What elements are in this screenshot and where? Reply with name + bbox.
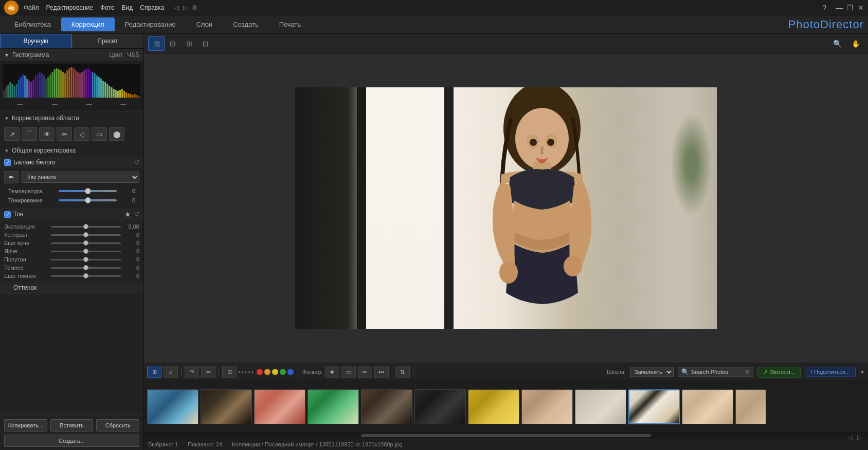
wb-temp-track[interactable] — [59, 190, 117, 192]
share-button[interactable]: f Поделиться... — [805, 367, 856, 377]
even-darker-thumb[interactable] — [83, 273, 88, 278]
paste-button[interactable]: Вставить — [50, 419, 94, 432]
hist-minus1[interactable]: — — [17, 101, 23, 107]
tool-arrow[interactable]: ↗ — [4, 127, 20, 141]
zoom-tool-btn[interactable]: 🔍 — [829, 36, 845, 51]
contrast-thumb[interactable] — [83, 232, 88, 237]
menu-view[interactable]: Вид — [122, 4, 133, 11]
close-button[interactable]: ✕ — [858, 4, 864, 12]
wb-temp-thumb[interactable] — [85, 188, 91, 194]
brighter-track[interactable] — [51, 251, 121, 252]
tool-circle[interactable]: ⬤ — [109, 127, 124, 141]
dot-red[interactable] — [257, 369, 263, 375]
copy-button[interactable]: Копировать... — [4, 419, 47, 432]
tool-eye[interactable]: 👁 — [39, 127, 55, 141]
wb-reset-icon[interactable]: ↺ — [134, 159, 139, 166]
wb-tint-thumb[interactable] — [85, 197, 91, 203]
film-thumb-4[interactable] — [308, 389, 359, 424]
view-single-btn[interactable]: ▦ — [148, 36, 165, 51]
sort-btn[interactable]: ⇅ — [395, 366, 410, 378]
mode-manual[interactable]: Вручную — [0, 34, 72, 48]
darker-track[interactable] — [51, 267, 121, 269]
dot-green[interactable] — [280, 369, 286, 375]
exposure-thumb[interactable] — [83, 224, 88, 229]
filmstrip-scrollbar[interactable]: ◁ ▷ — [144, 433, 868, 438]
tone-checkbox[interactable]: ✓ — [4, 211, 11, 218]
view-fullscreen-btn[interactable]: ⊡ — [197, 36, 214, 51]
film-thumb-5[interactable] — [361, 389, 412, 424]
menu-help[interactable]: Справка — [140, 4, 164, 11]
settings-icon[interactable]: ⚙ — [192, 4, 197, 11]
minimize-button[interactable]: — — [836, 4, 843, 12]
film-thumb-1[interactable] — [147, 389, 198, 424]
menu-edit[interactable]: Редактирование — [46, 4, 93, 11]
exposure-track[interactable] — [51, 226, 121, 228]
tool-rect[interactable]: ▭ — [92, 127, 107, 141]
mode-preset[interactable]: Пресет — [72, 34, 144, 48]
tab-print[interactable]: Печать — [269, 17, 312, 31]
histogram-color-btn[interactable]: Цвет — [109, 51, 123, 59]
menu-photo[interactable]: Фото — [100, 4, 115, 11]
export-button[interactable]: ↗ Экспорт... — [757, 367, 801, 378]
dot-blue[interactable] — [287, 369, 294, 375]
scale-select[interactable]: Заполнить 25% 50% 100% — [630, 367, 674, 377]
film-thumb-7[interactable] — [468, 389, 519, 424]
fs-edit-btn[interactable]: ✏ — [201, 366, 215, 378]
film-thumb-11[interactable] — [682, 389, 733, 424]
wb-tint-track[interactable] — [59, 199, 117, 201]
fs-grid-btn[interactable]: ⊞ — [147, 366, 161, 378]
forward-icon[interactable]: ▷ — [183, 4, 188, 11]
hist-minus3[interactable]: — — [86, 101, 92, 107]
film-thumb-3[interactable] — [254, 389, 305, 424]
tool-eraser[interactable]: ◁ — [74, 127, 89, 141]
tab-edit[interactable]: Редактирование — [115, 17, 186, 31]
menu-file[interactable]: Файл — [24, 4, 39, 11]
film-thumb-2[interactable] — [201, 389, 252, 424]
tool-curve[interactable]: ⌒ — [22, 127, 37, 141]
fs-rotate-btn[interactable]: ↷ — [185, 366, 199, 378]
wb-preset-select[interactable]: Как снимок Авто — [22, 172, 139, 183]
wb-checkbox[interactable]: ✓ — [4, 159, 11, 166]
filmstrip-scroll-left[interactable]: ◁ — [848, 434, 853, 441]
filter-edit-btn[interactable]: ✏ — [358, 366, 372, 378]
view-compare-btn[interactable]: ⊡ — [165, 36, 181, 51]
film-thumb-9[interactable] — [575, 389, 626, 424]
filter-flag-btn[interactable]: ▭ — [341, 366, 356, 378]
film-thumb-12[interactable] — [735, 389, 766, 424]
midtone-thumb[interactable] — [83, 257, 88, 262]
view-grid-btn[interactable]: ⊞ — [181, 36, 197, 51]
tone-star-icon[interactable]: ★ — [124, 210, 131, 218]
dot-yellow[interactable] — [272, 369, 278, 375]
reset-button[interactable]: Сбросить — [96, 419, 139, 432]
darker-thumb[interactable] — [83, 265, 88, 270]
even-darker-track[interactable] — [51, 275, 121, 277]
tool-brush[interactable]: ✏ — [57, 127, 72, 141]
histogram-bw-btn[interactable]: Ч&Б — [127, 51, 139, 59]
correction-area-header[interactable]: ▼ Корректировка области — [0, 112, 143, 124]
brighter-thumb[interactable] — [83, 249, 88, 254]
search-input[interactable] — [691, 369, 743, 375]
filter-more-btn[interactable]: ••• — [374, 366, 389, 378]
film-thumb-6[interactable] — [414, 389, 466, 424]
filmstrip-scroll-right[interactable]: ▷ — [857, 434, 862, 441]
dot-orange[interactable] — [264, 369, 270, 375]
share-dropdown-arrow[interactable]: ▼ — [860, 369, 865, 375]
search-close-icon[interactable]: ✕ — [745, 368, 750, 376]
tab-correction[interactable]: Коррекция — [61, 17, 115, 31]
fs-compare-btn[interactable]: ⊡ — [222, 366, 237, 378]
filter-star-btn[interactable]: ★ — [325, 366, 339, 378]
hand-tool-btn[interactable]: ✋ — [847, 36, 864, 51]
general-correction-header[interactable]: ▼ Общая корректировка — [0, 144, 143, 157]
histogram-header[interactable]: ▼ Гистограмма Цвет Ч&Б — [0, 49, 143, 61]
maximize-button[interactable]: ❐ — [847, 4, 854, 12]
film-thumb-10[interactable] — [628, 389, 680, 424]
back-icon[interactable]: ◁ — [174, 4, 179, 11]
hist-minus2[interactable]: — — [52, 101, 58, 107]
contrast-track[interactable] — [51, 234, 121, 236]
midtone-track[interactable] — [51, 259, 121, 260]
help-button[interactable]: ? — [822, 4, 826, 12]
tone-reset-icon[interactable]: ↺ — [134, 211, 139, 218]
tab-create[interactable]: Создать — [223, 17, 268, 31]
wb-eyedropper[interactable]: ✒ — [4, 171, 19, 183]
fs-list-btn[interactable]: ≡ — [164, 366, 178, 378]
